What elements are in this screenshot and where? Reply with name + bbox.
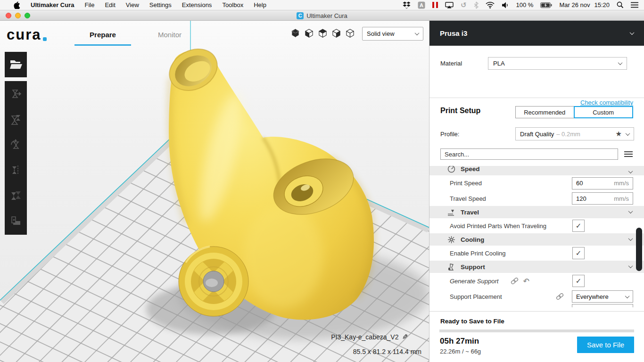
output-footer: Ready to Save to File 05h 27min 22.26m /… — [429, 311, 644, 362]
scale-tool-button[interactable] — [5, 107, 27, 132]
section-travel[interactable]: Travel — [429, 206, 644, 218]
settings-filter-menu-icon[interactable] — [624, 151, 633, 157]
menu-extensions[interactable]: Extensions — [177, 0, 217, 10]
print-settings-panel: Prusa i3 Material PLA Check compatibilit… — [429, 21, 644, 362]
view-left-button[interactable] — [332, 29, 341, 38]
airplay-icon[interactable] — [445, 1, 454, 9]
macos-menu-bar: Ultimaker Cura File Edit View Settings E… — [0, 0, 644, 10]
view-front-button[interactable] — [305, 29, 314, 38]
avoid-parts-checkbox[interactable]: ✓ — [572, 220, 585, 232]
print-speed-input[interactable] — [572, 180, 601, 187]
support-placement-value: Everywhere — [576, 293, 609, 300]
tab-prepare[interactable]: Prepare — [74, 27, 131, 41]
material-label: Material — [440, 60, 488, 67]
chevron-down-icon — [628, 236, 633, 241]
custom-mode-button[interactable]: Custom — [574, 106, 634, 118]
spotlight-search-icon[interactable] — [617, 1, 624, 9]
setting-row-travel-speed: Travel Speed mm/s — [429, 191, 644, 206]
cura-logo: cura — [7, 26, 47, 43]
view-top-button[interactable] — [318, 29, 327, 38]
view-mode-value: Solid view — [367, 30, 395, 37]
reset-setting-icon[interactable]: ↶ — [523, 277, 529, 286]
open-file-button[interactable] — [5, 52, 27, 77]
link-icon[interactable] — [556, 293, 564, 300]
menu-edit[interactable]: Edit — [99, 0, 120, 10]
menu-date: Mar 26 nov — [559, 1, 590, 8]
settings-scrollbar[interactable] — [636, 228, 642, 271]
chevron-down-icon — [630, 30, 635, 35]
input-source-icon[interactable]: A — [418, 1, 425, 9]
star-icon[interactable]: ★ — [616, 130, 622, 138]
section-cooling[interactable]: Cooling — [429, 233, 644, 246]
camera-view-buttons — [291, 29, 355, 38]
mirror-icon — [10, 164, 22, 176]
cura-logo-dot — [43, 37, 47, 41]
machine-selector[interactable]: Prusa i3 — [429, 21, 644, 46]
menu-settings[interactable]: Settings — [144, 0, 177, 10]
profile-select[interactable]: Draft Quality – 0.2mm ★ — [515, 127, 634, 140]
link-icon[interactable] — [511, 278, 519, 284]
material-select[interactable]: PLA — [488, 57, 627, 70]
battery-icon[interactable] — [540, 1, 552, 9]
travel-speed-input[interactable] — [572, 195, 601, 202]
menu-toolbox[interactable]: Toolbox — [217, 0, 248, 10]
menu-view[interactable]: View — [121, 0, 144, 10]
settings-list: Speed Print Speed mm/s Travel Speed mm/ — [429, 166, 644, 307]
volume-icon[interactable] — [502, 1, 509, 9]
recommended-mode-button[interactable]: Recommended — [515, 106, 574, 118]
setting-row-enable-cooling: Enable Print Cooling ✓ — [429, 246, 644, 261]
per-model-settings-icon — [10, 189, 22, 202]
save-to-file-button[interactable]: Save to File — [577, 337, 634, 353]
travel-speed-field[interactable]: mm/s — [572, 192, 633, 205]
wifi-icon[interactable] — [486, 1, 495, 9]
screen: Ultimaker Cura File Edit View Settings E… — [0, 0, 644, 362]
support-icon — [447, 263, 455, 271]
check-compatibility-link[interactable]: Check compatibility — [580, 99, 633, 106]
app-menu[interactable]: Ultimaker Cura — [25, 0, 79, 10]
generate-support-checkbox[interactable]: ✓ — [572, 275, 585, 287]
chevron-down-icon — [618, 60, 623, 65]
menu-file[interactable]: File — [79, 0, 99, 10]
battery-percent: 100 % — [516, 1, 534, 8]
model-dimensions: 85.5 x 81.2 x 114.4 mm — [353, 348, 421, 355]
apple-menu[interactable] — [8, 0, 25, 10]
progress-band — [439, 329, 634, 332]
mirror-tool-button[interactable] — [5, 157, 27, 183]
tab-monitor[interactable]: Monitor — [149, 27, 191, 41]
divider — [429, 98, 644, 98]
pause-status-icon[interactable] — [432, 1, 438, 9]
support-blocker-button[interactable] — [5, 208, 27, 234]
view-right-button[interactable] — [346, 29, 355, 38]
dropbox-icon[interactable] — [403, 1, 411, 9]
menu-help[interactable]: Help — [248, 0, 272, 10]
3d-viewport[interactable]: cura Prepare Monitor — [0, 21, 429, 362]
enable-cooling-checkbox[interactable]: ✓ — [572, 247, 585, 259]
time-machine-icon[interactable]: ↺ — [461, 1, 467, 9]
view-3d-button[interactable] — [291, 29, 300, 38]
window-title-bar[interactable]: C Ultimaker Cura — [0, 10, 644, 21]
notification-center-icon[interactable] — [631, 1, 638, 9]
per-model-settings-button[interactable] — [5, 183, 27, 208]
print-setup-title: Print Setup — [440, 107, 480, 115]
settings-search-input[interactable] — [440, 148, 618, 160]
setting-row-avoid-parts: Avoid Printed Parts When Traveling ✓ — [429, 218, 644, 233]
bluetooth-icon[interactable] — [474, 1, 479, 9]
print-speed-field[interactable]: mm/s — [572, 177, 633, 189]
rename-model-icon[interactable]: ✎ — [402, 333, 408, 341]
section-support[interactable]: Support — [429, 261, 644, 273]
model-head[interactable] — [162, 41, 374, 320]
view-mode-select[interactable]: Solid view — [362, 27, 423, 41]
setting-row-support-placement: Support Placement Everywhere — [429, 289, 644, 304]
window-title: Ultimaker Cura — [306, 12, 347, 19]
profile-label: Profile: — [440, 131, 515, 138]
support-placement-select[interactable]: Everywhere — [572, 290, 633, 303]
move-tool-button[interactable] — [5, 81, 27, 107]
section-speed[interactable]: Speed — [429, 166, 644, 175]
material-estimate: 22.26m / ~ 66g — [440, 348, 481, 355]
profile-layer-height: – 0.2mm — [556, 131, 580, 138]
open-folder-icon — [9, 59, 23, 70]
job-status: Ready to Save to File — [440, 318, 504, 325]
scale-icon — [10, 113, 22, 125]
rotate-tool-button[interactable] — [5, 132, 27, 157]
profile-value: Draft Quality — [520, 131, 554, 138]
